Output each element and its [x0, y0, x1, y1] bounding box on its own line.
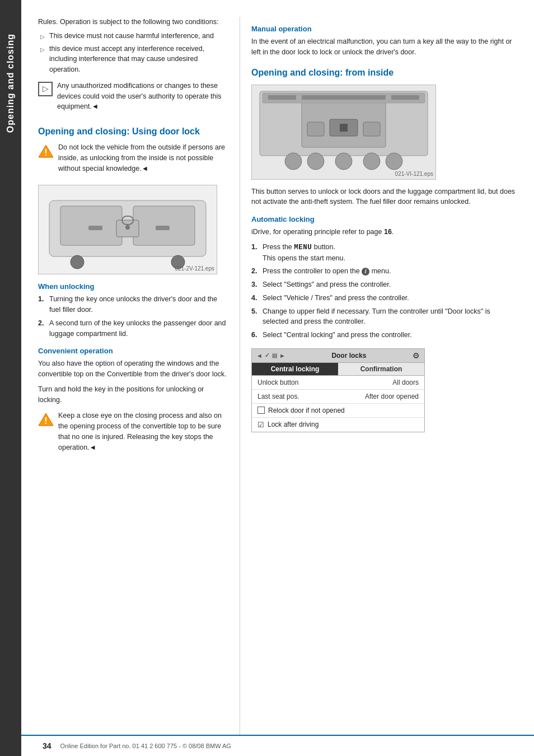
- idrive-row-unlock: Unlock button All doors: [252, 376, 424, 390]
- interior-image-caption: 021-VI-121.eps: [395, 171, 433, 177]
- svg-point-20: [285, 153, 302, 170]
- idrive-row-lock-after: ☑ Lock after driving: [252, 418, 424, 432]
- intro-text: Rules. Operation is subject to the follo…: [38, 17, 228, 27]
- note-icon: ▷: [38, 82, 53, 96]
- fwd-arrow-icon: ►: [279, 352, 285, 359]
- page-number: 34: [43, 741, 51, 750]
- idrive-menu: ◄ ✓ ▤ ► Door locks ⚙ Central locking Con…: [251, 348, 425, 432]
- auto-lock-heading: Automatic locking: [251, 215, 517, 223]
- car-image: 021-2V-121.eps: [38, 185, 217, 274]
- section-door-lock-heading: Opening and closing: Using door lock: [38, 127, 228, 137]
- bullet-item-2: ▷ this device must accept any interferen…: [38, 44, 228, 75]
- warning-box-1: ! Do not lock the vehicle from the outsi…: [38, 142, 228, 178]
- last-seat-label: Last seat pos.: [257, 393, 299, 400]
- unlock-step-1: 1. Turning the key once unlocks the driv…: [38, 294, 228, 315]
- warning-text-2: Keep a close eye on the closing process …: [58, 410, 228, 452]
- from-inside-heading: Opening and closing: from inside: [251, 68, 517, 78]
- footer-text: Online Edition for Part no. 01 41 2 600 …: [60, 743, 231, 749]
- note-text: Any unauthorized modifications or change…: [57, 81, 228, 112]
- back-arrow-icon: ◄: [256, 352, 263, 359]
- settings-icon: ⚙: [413, 351, 420, 360]
- unlock-step-2: 2. A second turn of the key unlocks the …: [38, 318, 228, 339]
- svg-rect-27: [302, 95, 386, 100]
- sidebar-tab: Opening and closing: [0, 0, 21, 756]
- auto-lock-step-4: 4. Select "Vehicle / Tires" and press th…: [251, 293, 517, 304]
- bullet-item-1: ▷ This device must not cause harmful int…: [38, 31, 228, 41]
- when-unlocking-heading: When unlocking: [38, 282, 228, 291]
- car-image-caption: 021-2V-121.eps: [175, 265, 214, 272]
- menu-icon: ▤: [272, 352, 277, 358]
- svg-rect-6: [156, 226, 170, 230]
- interior-image: 021-VI-121.eps: [251, 85, 436, 180]
- svg-rect-5: [88, 226, 102, 230]
- convenient-text-2: Turn and hold the key in the positions f…: [38, 384, 228, 405]
- convenient-op-heading: Convenient operation: [38, 347, 228, 355]
- warning-icon-1: !: [38, 143, 54, 159]
- check-icon: ✓: [265, 352, 270, 359]
- auto-lock-step-3: 3. Select "Settings" and press the contr…: [251, 279, 517, 290]
- svg-point-24: [386, 153, 402, 170]
- idrive-tabs: Central locking Confirmation: [252, 363, 424, 376]
- tab-central-locking[interactable]: Central locking: [252, 363, 338, 375]
- left-column: Rules. Operation is subject to the follo…: [21, 17, 240, 735]
- page-footer: 34 Online Edition for Part no. 01 41 2 6…: [21, 735, 534, 756]
- svg-point-9: [125, 225, 130, 230]
- svg-rect-16: [307, 122, 324, 136]
- idrive-row-relock: Relock door if not opened: [252, 404, 424, 418]
- relock-label: Relock door if not opened: [268, 407, 345, 414]
- svg-point-10: [71, 255, 84, 269]
- lock-after-checkmark: ☑: [257, 421, 264, 429]
- svg-point-22: [335, 153, 352, 170]
- idrive-header: ◄ ✓ ▤ ► Door locks ⚙: [252, 349, 424, 363]
- auto-lock-step-2: 2. Press the controller to open the i me…: [251, 266, 517, 277]
- bullet-triangle-1: ▷: [40, 32, 45, 41]
- lock-after-label: Lock after driving: [268, 421, 318, 428]
- right-column: Manual operation In the event of an elec…: [240, 17, 534, 735]
- auto-lock-step-5: 5. Change to upper field if necessary. T…: [251, 306, 517, 328]
- svg-rect-18: [340, 124, 348, 132]
- svg-rect-26: [268, 95, 296, 100]
- manual-op-text: In the event of an electrical malfunctio…: [251, 36, 517, 58]
- svg-point-23: [363, 153, 380, 170]
- relock-checkbox[interactable]: [257, 407, 265, 414]
- svg-text:!: !: [44, 148, 47, 157]
- auto-lock-step-1: 1. Press the MENU button. This opens the…: [251, 242, 517, 264]
- door-locks-label: Door locks: [331, 352, 366, 360]
- svg-text:!: !: [44, 416, 47, 426]
- unlock-button-label: Unlock button: [257, 379, 298, 386]
- svg-rect-19: [363, 122, 380, 136]
- svg-point-21: [307, 153, 324, 170]
- note-box: ▷ Any unauthorized modifications or chan…: [38, 81, 228, 116]
- idrive-nav-arrows: ◄ ✓ ▤ ►: [256, 352, 285, 359]
- last-seat-value: After door opened: [365, 393, 419, 400]
- manual-op-heading: Manual operation: [251, 25, 517, 33]
- warning-box-2: ! Keep a close eye on the closing proces…: [38, 410, 228, 457]
- warning-icon-2: !: [38, 412, 54, 427]
- tab-confirmation[interactable]: Confirmation: [338, 363, 424, 375]
- from-inside-text: This button serves to unlock or lock doo…: [251, 186, 517, 208]
- auto-lock-step-6: 6. Select "Central locking" and press th…: [251, 330, 517, 340]
- when-unlocking-list: 1. Turning the key once unlocks the driv…: [38, 294, 228, 339]
- auto-lock-steps: 1. Press the MENU button. This opens the…: [251, 242, 517, 340]
- intro-bullet-list: ▷ This device must not cause harmful int…: [38, 31, 228, 75]
- idrive-row-seat: Last seat pos. After door opened: [252, 390, 424, 404]
- warning-text-1: Do not lock the vehicle from the outside…: [58, 142, 228, 174]
- convenient-text-1: You also have the option of operating th…: [38, 358, 228, 380]
- bullet-triangle-2: ▷: [40, 45, 45, 54]
- auto-lock-intro: iDrive, for operating principle refer to…: [251, 227, 517, 237]
- main-content: Rules. Operation is subject to the follo…: [21, 0, 534, 756]
- sidebar-label: Opening and closing: [6, 34, 16, 133]
- unlock-button-value: All doors: [392, 379, 419, 386]
- columns: Rules. Operation is subject to the follo…: [21, 17, 534, 735]
- svg-rect-28: [391, 95, 419, 100]
